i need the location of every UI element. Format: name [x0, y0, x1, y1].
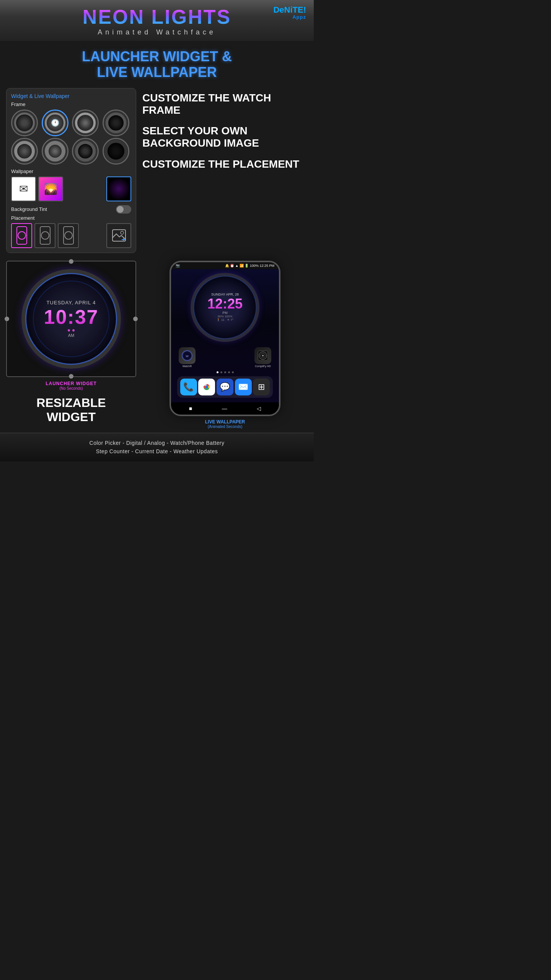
wallpaper-option-pink[interactable]: 🌄 [38, 176, 63, 201]
phone-nav-bar: ■ — ◁ [171, 402, 279, 415]
lower-section: TUESDAY, APRIL 4 10:37 AM LAUNCHER WIDGE… [0, 257, 314, 433]
section-title-area: LAUNCHER WIDGET & LIVE WALLPAPER [0, 41, 314, 84]
phone-dot-4 [228, 371, 230, 373]
phone-section: 📷 🔔 ⏰ ▲ 📶 🔋 100% 12:25 PM SUNDAY APR, 28… [142, 261, 308, 429]
nav-back-icon[interactable]: ■ [189, 405, 192, 412]
svg-point-3 [41, 232, 49, 239]
logo-line2: Appz [273, 15, 306, 20]
footer: Color Picker - Digital / Analog - Watch/… [0, 433, 314, 461]
brand-logo: DeNiTE! Appz [273, 5, 306, 20]
wallpaper-grid: ✉ 🌄 [11, 176, 131, 201]
phone-app-complify-label: CompliFy HD [255, 365, 271, 368]
svg-text:W: W [186, 354, 189, 358]
wallpaper-label: Wallpaper [11, 168, 131, 174]
app-title: NEON LIGHTS [8, 7, 306, 27]
frame-label: Frame [11, 101, 131, 107]
phone-watch-ring [194, 276, 257, 339]
phone-app-wrap-1: W WatchR [179, 347, 196, 368]
bg-tint-toggle[interactable] [116, 205, 131, 214]
phone-dots [175, 370, 275, 375]
logo-line1: DeNiTE! [273, 5, 306, 15]
watch-inner-ring [33, 281, 109, 357]
phone-dot-3 [224, 371, 226, 373]
footer-line1: Color Picker - Digital / Analog - Watch/… [4, 439, 310, 447]
phone-watch-face: SUNDAY APR, 28 12:25 PM 90% 100% 🚶 11 ☀ … [191, 273, 259, 342]
phone-camera-icon: 📷 [176, 264, 180, 268]
frame-option-3[interactable] [72, 109, 99, 136]
widget-frame: TUESDAY, APRIL 4 10:37 AM [6, 261, 136, 377]
frame-option-6[interactable] [42, 138, 68, 165]
placement-label: Placement [11, 215, 131, 221]
phone-mockup: 📷 🔔 ⏰ ▲ 📶 🔋 100% 12:25 PM SUNDAY APR, 28… [170, 261, 280, 416]
resizable-label: RESIZABLE WIDGET [6, 396, 136, 424]
phone-app-wrap-2: CompliFy HD [254, 347, 271, 368]
phone-app-complify[interactable] [254, 347, 271, 364]
left-panel: Widget & Live Wallpaper Frame 🕐 [6, 88, 136, 253]
svg-point-1 [18, 232, 26, 239]
phone-status-icons: 🔔 ⏰ ▲ 📶 🔋 100% 12:25 PM [225, 264, 275, 268]
feature-1: CUSTOMIZE THE WATCH FRAME [142, 92, 308, 116]
phone-caption: LIVE WALLPAPER (Animated Seconds) [142, 419, 308, 429]
header: NEON LIGHTS Animated Watchface DeNiTE! A… [0, 0, 314, 41]
frame-option-8[interactable] [103, 138, 129, 165]
widget-caption-main: LAUNCHER WIDGET [6, 381, 136, 386]
widget-caption-sub: (No Seconds) [6, 386, 136, 390]
phone-app-watchr-label: WatchR [183, 365, 192, 368]
main-content: Widget & Live Wallpaper Frame 🕐 [0, 84, 314, 257]
placement-option-2[interactable] [34, 223, 55, 248]
feature-2: SELECT YOUR OWN BACKGROUND IMAGE [142, 125, 308, 149]
nav-home-icon[interactable]: — [222, 405, 227, 412]
bg-tint-row: Background Tint [11, 205, 131, 214]
frame-option-1[interactable] [11, 109, 38, 136]
phone-status-bar: 📷 🔔 ⏰ ▲ 📶 🔋 100% 12:25 PM [171, 262, 279, 269]
phone-caption-sub: (Animated Seconds) [142, 425, 308, 429]
widget-caption: LAUNCHER WIDGET (No Seconds) [6, 381, 136, 390]
handle-bottom[interactable] [69, 374, 73, 379]
phone-app-watchr[interactable]: W [179, 347, 196, 364]
placement-grid [11, 223, 131, 248]
widget-panel: Widget & Live Wallpaper Frame 🕐 [6, 88, 136, 253]
feature-3: CUSTOMIZE THE PLACEMENT [142, 158, 308, 170]
app-subtitle: Animated Watchface [8, 28, 306, 36]
svg-point-19 [205, 385, 208, 389]
phone-dot-1 [217, 371, 218, 373]
dock-apps-icon[interactable]: ⊞ [253, 379, 270, 395]
frames-grid: 🕐 [11, 109, 131, 165]
handle-top[interactable] [69, 259, 73, 264]
right-panel: CUSTOMIZE THE WATCH FRAME SELECT YOUR OW… [142, 88, 308, 253]
wallpaper-option-white[interactable]: ✉ [11, 176, 36, 201]
placement-option-3[interactable] [58, 223, 79, 248]
svg-point-5 [65, 232, 72, 239]
phone-dot-5 [232, 371, 234, 373]
phone-caption-main: LIVE WALLPAPER [142, 419, 308, 425]
phone-dot-2 [220, 371, 222, 373]
placement-option-1[interactable] [11, 223, 32, 248]
frame-option-5[interactable] [11, 138, 38, 165]
resizable-text: RESIZABLE WIDGET [6, 396, 136, 424]
dock-email-icon[interactable]: ✉️ [235, 379, 252, 395]
widget-watch-face: TUESDAY, APRIL 4 10:37 AM [21, 269, 121, 369]
dock-msg-icon[interactable]: 💬 [217, 379, 233, 395]
nav-recent-icon[interactable]: ◁ [257, 405, 261, 412]
phone-screen: SUNDAY APR, 28 12:25 PM 90% 100% 🚶 11 ☀ … [171, 269, 279, 402]
section-title: LAUNCHER WIDGET & LIVE WALLPAPER [4, 49, 310, 80]
svg-point-16 [262, 355, 264, 356]
phone-home-icons: W WatchR CompliFy HD [175, 345, 275, 370]
frame-option-2[interactable]: 🕐 [42, 109, 68, 136]
handle-right[interactable] [133, 317, 138, 321]
placement-photo-option[interactable] [106, 223, 131, 248]
frame-option-4[interactable] [103, 109, 129, 136]
handle-left[interactable] [5, 317, 9, 321]
wallpaper-option-dark[interactable] [106, 176, 131, 201]
footer-line2: Step Counter - Current Date - Weather Up… [4, 447, 310, 456]
widget-panel-title: Widget & Live Wallpaper [11, 93, 131, 99]
frame-option-7[interactable] [72, 138, 99, 165]
phone-dock: 📞 💬 ✉️ ⊞ [177, 376, 273, 398]
svg-point-7 [121, 231, 124, 234]
widget-preview: TUESDAY, APRIL 4 10:37 AM LAUNCHER WIDGE… [6, 261, 136, 429]
dock-chrome-icon[interactable] [198, 379, 215, 395]
dock-phone-icon[interactable]: 📞 [180, 379, 197, 395]
bg-tint-label: Background Tint [11, 206, 47, 212]
